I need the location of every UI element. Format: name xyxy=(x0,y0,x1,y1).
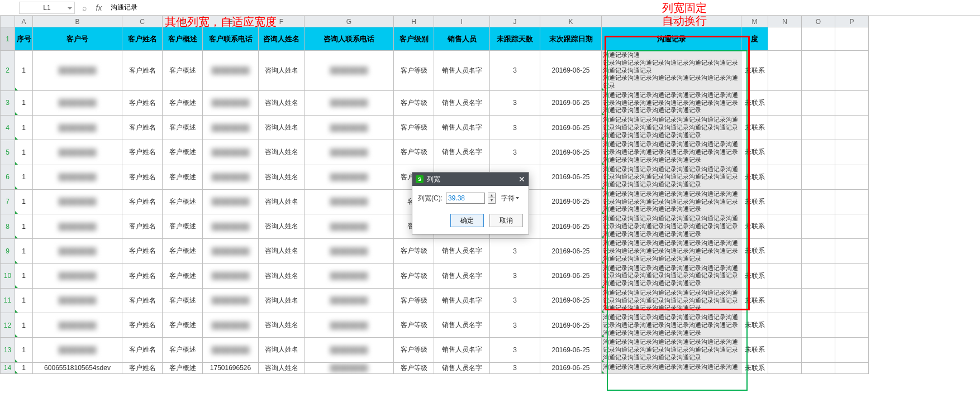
cell-st[interactable]: 未联系 xyxy=(741,288,768,313)
cell[interactable] xyxy=(835,90,869,115)
cell-st[interactable]: 未联系 xyxy=(741,140,768,165)
cell[interactable] xyxy=(835,189,869,214)
col-head-L[interactable]: L xyxy=(602,16,741,27)
cell-date[interactable]: 20169-06-25 xyxy=(540,90,602,115)
cell-cname[interactable]: 咨询人姓名 xyxy=(259,90,305,115)
cell-desc[interactable]: 客户概述 xyxy=(163,116,203,140)
dialog-titlebar[interactable]: S 列宽 ✕ xyxy=(412,172,529,186)
header-cell[interactable]: 咨询人姓名 xyxy=(259,27,305,51)
cell-log[interactable]: 沟通记录沟通记录沟通记录沟通记录沟通记录沟通 记录沟通记录沟通记录沟通记录沟通记… xyxy=(602,116,741,140)
col-head-B[interactable]: B xyxy=(33,16,122,27)
cell-cust[interactable]: ████████ xyxy=(33,239,122,263)
cell-cphone[interactable]: ████████ xyxy=(305,288,394,313)
cell[interactable] xyxy=(802,214,835,239)
cell-st[interactable]: 未联系 xyxy=(741,189,768,214)
cell[interactable] xyxy=(802,116,835,140)
cell[interactable] xyxy=(835,140,869,165)
cell-name[interactable]: 客户姓名 xyxy=(122,214,163,239)
cell-st[interactable]: 未联系 xyxy=(741,214,768,239)
cell-cphone[interactable]: ████████ xyxy=(305,313,394,338)
cell[interactable] xyxy=(768,27,802,51)
cell-date[interactable]: 20169-06-25 xyxy=(540,263,602,288)
row-head-5[interactable]: 5 xyxy=(1,140,15,165)
cell-seq[interactable]: 1 xyxy=(15,239,33,263)
cell[interactable] xyxy=(802,239,835,263)
col-head-F[interactable]: F xyxy=(259,16,305,27)
cell-desc[interactable]: 客户概述 xyxy=(163,51,203,91)
cell-sales[interactable]: 销售人员名字 xyxy=(434,90,490,115)
row-head-6[interactable]: 6 xyxy=(1,165,15,189)
col-head-K[interactable]: K xyxy=(540,16,602,27)
cell-cname[interactable]: 咨询人姓名 xyxy=(259,338,305,362)
cell-log[interactable]: 沟通记录沟通记录沟通记录沟通记录沟通记录沟通 记录沟通记录沟通记录沟通记录沟通记… xyxy=(602,338,741,362)
column-width-input[interactable] xyxy=(446,193,485,204)
cell-seq[interactable]: 1 xyxy=(15,116,33,140)
cell-name[interactable]: 客户姓名 xyxy=(122,116,163,140)
cell-days[interactable]: 3 xyxy=(490,313,540,338)
cell-sales[interactable]: 销售人员名字 xyxy=(434,116,490,140)
cell-name[interactable]: 客户姓名 xyxy=(122,313,163,338)
cell-sales[interactable]: 销售人员名字 xyxy=(434,288,490,313)
row-head-1[interactable]: 1 xyxy=(1,27,15,51)
header-cell[interactable]: 客户联系电话 xyxy=(203,27,259,51)
cell-date[interactable]: 20169-06-25 xyxy=(540,239,602,263)
cell-st[interactable]: 未联系 xyxy=(741,90,768,115)
cell-log[interactable]: 沟通记录沟通记录沟通记录沟通记录沟通记录沟通 记录沟通记录沟通记录沟通记录沟通记… xyxy=(602,313,741,338)
cell-phone[interactable]: 17501696526 xyxy=(203,362,259,373)
cell-days[interactable]: 3 xyxy=(490,239,540,263)
header-cell[interactable]: 序号 xyxy=(15,27,33,51)
cell[interactable] xyxy=(802,90,835,115)
cell-sales[interactable]: 销售人员名字 xyxy=(434,362,490,373)
cell-sales[interactable]: 销售人员名字 xyxy=(434,51,490,91)
col-head-C[interactable]: C xyxy=(122,16,163,27)
cell[interactable] xyxy=(835,116,869,140)
cell-cust[interactable]: ████████ xyxy=(33,313,122,338)
cell-date[interactable]: 20169-06-25 xyxy=(540,214,602,239)
cell-lvl[interactable]: 客户等级 xyxy=(394,140,434,165)
cell[interactable] xyxy=(835,338,869,362)
cell-date[interactable]: 20169-06-25 xyxy=(540,362,602,373)
cell-desc[interactable]: 客户概述 xyxy=(163,140,203,165)
cell[interactable] xyxy=(802,362,835,373)
cell-cphone[interactable]: ████████ xyxy=(305,214,394,239)
cell-cphone[interactable]: ████████ xyxy=(305,362,394,373)
cell[interactable] xyxy=(835,263,869,288)
cell-sales[interactable]: 销售人员名字 xyxy=(434,313,490,338)
cell-name[interactable]: 客户姓名 xyxy=(122,288,163,313)
cell-cname[interactable]: 咨询人姓名 xyxy=(259,189,305,214)
cell-name[interactable]: 客户姓名 xyxy=(122,90,163,115)
cell-seq[interactable]: 1 xyxy=(15,313,33,338)
col-head-J[interactable]: J xyxy=(490,16,540,27)
cell[interactable] xyxy=(802,51,835,91)
cell[interactable] xyxy=(768,51,802,91)
cell-phone[interactable]: ████████ xyxy=(203,165,259,189)
cell-name[interactable]: 客户姓名 xyxy=(122,239,163,263)
col-head-P[interactable]: P xyxy=(835,16,869,27)
cell-cname[interactable]: 咨询人姓名 xyxy=(259,239,305,263)
header-cell[interactable]: 咨询人联系电话 xyxy=(305,27,394,51)
cell-phone[interactable]: ████████ xyxy=(203,140,259,165)
cell-days[interactable]: 3 xyxy=(490,288,540,313)
cell-log[interactable]: 沟通记录沟通 记录沟通记录沟通记录沟通记录沟通记录沟通记录 沟通记录沟通记录 沟… xyxy=(602,51,741,91)
cell-log[interactable]: 沟通记录沟通记录沟通记录沟通记录沟通记录沟通 记录沟通记录沟通记录沟通记录沟通记… xyxy=(602,165,741,189)
unit-dropdown[interactable]: 字符 xyxy=(501,194,519,203)
header-cell[interactable]: 度 xyxy=(741,27,768,51)
ok-button[interactable]: 确定 xyxy=(450,214,484,227)
row-head-4[interactable]: 4 xyxy=(1,116,15,140)
cell-seq[interactable]: 1 xyxy=(15,140,33,165)
select-all-corner[interactable] xyxy=(1,16,15,27)
cell-days[interactable]: 3 xyxy=(490,116,540,140)
cell[interactable] xyxy=(802,165,835,189)
formula-input[interactable] xyxy=(108,2,978,14)
col-head-N[interactable]: N xyxy=(768,16,802,27)
cell-cname[interactable]: 咨询人姓名 xyxy=(259,263,305,288)
cell-cname[interactable]: 咨询人姓名 xyxy=(259,140,305,165)
cell-seq[interactable]: 1 xyxy=(15,189,33,214)
cell-desc[interactable]: 客户概述 xyxy=(163,313,203,338)
cell-cname[interactable]: 咨询人姓名 xyxy=(259,214,305,239)
cell-seq[interactable]: 1 xyxy=(15,338,33,362)
fx-icon[interactable]: fx xyxy=(94,3,104,12)
cell-lvl[interactable]: 客户等级 xyxy=(394,90,434,115)
cell-desc[interactable]: 客户概述 xyxy=(163,263,203,288)
cell-date[interactable]: 20169-06-25 xyxy=(540,140,602,165)
